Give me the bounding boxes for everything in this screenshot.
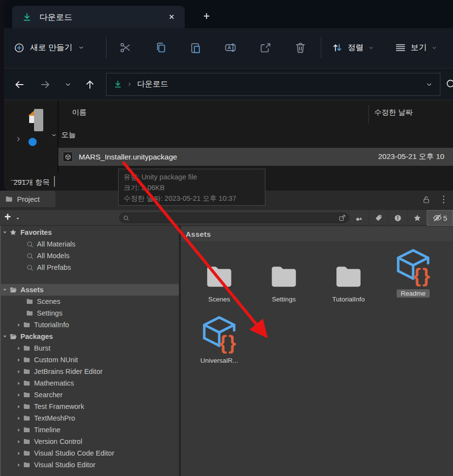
search-by-type-button[interactable] [349, 210, 368, 226]
tree-item-package[interactable]: Custom NUnit [0, 354, 179, 366]
panel-menu-button[interactable]: ⋮ [438, 194, 449, 205]
tree-label: Searcher [34, 391, 63, 399]
tree-item-package[interactable]: Visual Studio Code Editor [0, 447, 179, 459]
breadcrumb[interactable]: 다운로드 [137, 79, 168, 89]
sort-label: 정렬 [348, 42, 364, 53]
project-search-input[interactable] [119, 212, 349, 223]
search-icon [123, 215, 129, 221]
address-dropdown-icon[interactable] [425, 81, 433, 88]
create-asset-button[interactable]: + [4, 211, 11, 224]
copy-button[interactable] [152, 39, 169, 56]
save-search-button[interactable] [407, 210, 427, 226]
share-button[interactable] [257, 39, 274, 56]
back-button[interactable] [13, 78, 26, 91]
tree-item-package[interactable]: Burst [0, 342, 179, 354]
tree-label: Burst [34, 344, 51, 352]
tree-item-all-models[interactable]: All Models [0, 250, 179, 262]
group-label: 오늘 [61, 130, 76, 140]
tree-item-package[interactable]: Version Control [0, 436, 179, 447]
group-collapse-icon [51, 132, 57, 139]
folder-icon [23, 414, 31, 422]
sort-button[interactable]: 정렬 [331, 39, 374, 56]
column-header-modified[interactable]: 수정한 날짜 [374, 108, 413, 117]
tree-item-all-prefabs[interactable]: All Prefabs [0, 262, 179, 273]
tree-item-package[interactable]: Mathematics [0, 377, 179, 389]
delete-button[interactable] [292, 39, 309, 56]
search-icon [26, 264, 34, 271]
tooltip-type: 유형: Unity package file [123, 172, 260, 182]
column-header-name[interactable]: 이름 [72, 108, 87, 117]
search-by-label-button[interactable] [368, 210, 388, 226]
lock-open-icon[interactable] [422, 195, 431, 204]
tree-item-packages[interactable]: Packages [0, 331, 179, 342]
plus-circle-icon [14, 42, 25, 53]
grid-item-tutorialinfo[interactable]: TutorialInfo [317, 252, 380, 303]
copy-icon [154, 41, 167, 54]
tree-item-scenes[interactable]: Scenes [0, 296, 179, 307]
share-icon [259, 41, 272, 54]
onedrive-icon[interactable] [28, 138, 37, 146]
nav-scrollbar[interactable] [34, 109, 43, 131]
up-button[interactable] [83, 78, 97, 91]
tab-project[interactable]: Project [0, 191, 55, 207]
create-dropdown-icon[interactable] [15, 216, 20, 221]
open-search-window-icon[interactable] [338, 214, 346, 222]
tree-label: Packages [20, 333, 53, 340]
rename-button[interactable] [222, 39, 239, 56]
tree-item-package[interactable]: Searcher [0, 389, 179, 401]
recent-locations-button[interactable] [61, 78, 75, 91]
tree-label: Favorites [20, 229, 52, 236]
new-tab-button[interactable]: + [199, 9, 214, 23]
tree-label: Assets [20, 286, 44, 294]
search-button[interactable] [445, 78, 453, 90]
paste-button[interactable] [187, 39, 204, 56]
group-header-today[interactable]: 오늘 [51, 130, 76, 140]
new-item-button[interactable]: 새로 만들기 [14, 39, 85, 56]
tree-item-all-materials[interactable]: All Materials [0, 238, 179, 250]
tree-item-favorites[interactable]: Favorites [0, 227, 179, 238]
download-icon [22, 12, 32, 22]
hidden-count: 5 [443, 214, 447, 222]
file-row-mars-installer[interactable]: MARS_Installer.unitypackage 2023-05-21 오… [58, 148, 453, 166]
tree-label: Timeline [34, 426, 60, 434]
folder-icon [23, 344, 31, 352]
tree-item-package[interactable]: JetBrains Rider Editor [0, 366, 179, 377]
expand-chevron-icon[interactable] [15, 135, 22, 143]
tooltip-modified: 수정한 날짜: 2023-05-21 오후 10:37 [123, 193, 260, 204]
tree-label: All Prefabs [37, 264, 71, 271]
grid-item-universalrp[interactable]: UniversalR... [188, 313, 251, 364]
sort-icon [331, 42, 343, 53]
explorer-address-bar: 다운로드 [4, 68, 453, 100]
search-by-log-type-button[interactable] [388, 210, 407, 226]
cut-button[interactable] [117, 39, 134, 56]
caret-right-icon [16, 427, 22, 433]
chevron-down-icon [368, 45, 374, 51]
tree-item-package[interactable]: Timeline [0, 424, 179, 436]
tree-item-assets[interactable]: Assets [0, 284, 179, 296]
chevron-down-icon [431, 45, 437, 51]
star-icon [413, 214, 421, 222]
explorer-toolbar: 새로 만들기 정렬 보기 [4, 28, 453, 67]
explorer-tab-downloads[interactable]: 다운로드 ✕ [12, 6, 185, 28]
tree-item-package[interactable]: Test Framework [0, 401, 179, 412]
folder-icon [23, 449, 31, 457]
tab-close-button[interactable]: ✕ [165, 11, 178, 23]
tree-item-package[interactable]: TextMeshPro [0, 412, 179, 424]
toolbar-divider [106, 37, 106, 58]
forward-button[interactable] [38, 78, 52, 91]
tree-item-tutorialinfo[interactable]: TutorialInfo [0, 319, 179, 331]
hidden-items-button[interactable]: 5 [427, 210, 453, 226]
chevron-down-icon [64, 81, 72, 88]
caret-down-icon [1, 333, 8, 340]
view-button[interactable]: 보기 [395, 39, 437, 56]
grid-item-readme[interactable]: Readme [382, 246, 445, 297]
address-field[interactable]: 다운로드 [106, 73, 440, 96]
column-divider[interactable] [368, 105, 369, 123]
tree-item-settings[interactable]: Settings [0, 307, 179, 319]
star-icon [9, 229, 17, 236]
rename-icon [224, 41, 237, 54]
folder-icon [200, 261, 238, 293]
grid-item-settings[interactable]: Settings [252, 252, 315, 303]
tree-item-package[interactable]: Visual Studio Editor [0, 459, 179, 471]
grid-item-scenes[interactable]: Scenes [188, 252, 251, 303]
